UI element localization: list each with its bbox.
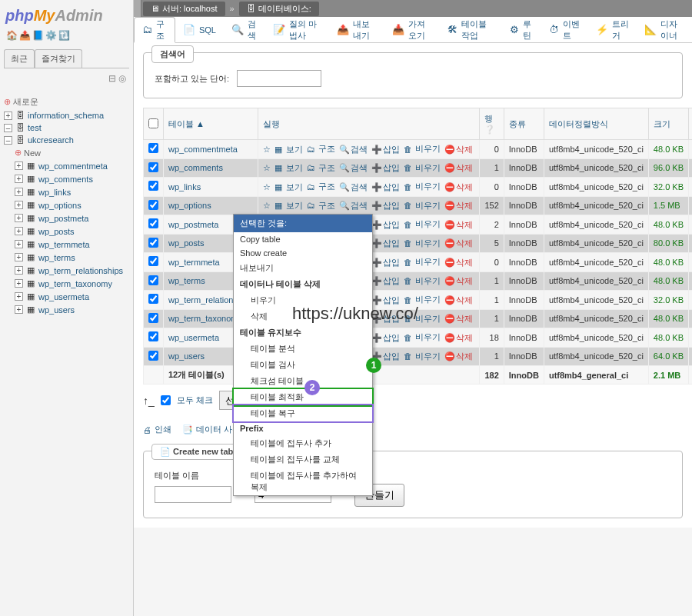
tab-import[interactable]: 📥가져오기 (384, 17, 440, 42)
col-table[interactable]: 테이블 ▲ (164, 108, 258, 140)
tree-db-information-schema[interactable]: +🗄information_schema (4, 109, 129, 122)
tree-table[interactable]: +▦wp_posts (4, 225, 129, 238)
empty-link[interactable]: 🗑비우기 (404, 331, 441, 343)
structure-link[interactable]: 🗂구조 (307, 200, 335, 211)
reload-icon[interactable]: 🔃 (58, 30, 70, 42)
browse-link[interactable]: ▦보기 (274, 144, 303, 155)
row-checkbox[interactable] (148, 256, 158, 266)
col-overhead[interactable]: 부담 (688, 108, 692, 140)
drop-link[interactable]: ⛔삭제 (444, 219, 473, 231)
checkall-link[interactable]: 모두 체크 (177, 395, 213, 406)
dd-optimize[interactable]: 테이블 최적화 (234, 389, 372, 405)
row-checkbox[interactable] (148, 162, 158, 172)
tree-table[interactable]: +▦wp_terms (4, 251, 129, 264)
col-collation[interactable]: 데이터정렬방식 (544, 108, 648, 140)
tree-table[interactable]: +▦wp_users (4, 303, 129, 316)
tab-search[interactable]: 🔍검색 (224, 17, 265, 42)
insert-link[interactable]: ➕삽입 (371, 219, 400, 231)
tab-events[interactable]: ⏱이벤트 (541, 17, 588, 42)
row-checkbox[interactable] (148, 313, 158, 323)
col-type[interactable]: 종류 (504, 108, 544, 140)
row-checkbox[interactable] (148, 200, 158, 210)
table-name-link[interactable]: wp_term_taxonomy (168, 314, 242, 323)
empty-link[interactable]: 🗑비우기 (404, 256, 441, 268)
drop-link[interactable]: ⛔삭제 (444, 200, 473, 211)
dd-analyze[interactable]: 테이블 분석 (234, 341, 372, 357)
fav-icon[interactable]: ☆ (263, 182, 271, 192)
dd-copy-table[interactable]: Copy table (234, 232, 372, 246)
table-name-link[interactable]: wp_terms (168, 276, 205, 285)
table-name-link[interactable]: wp_postmeta (168, 220, 218, 229)
help-icon[interactable]: ❔ (484, 125, 495, 134)
settings-icon[interactable]: ⚙️ (45, 30, 57, 42)
insert-link[interactable]: ➕삽입 (371, 275, 400, 287)
dd-show-create[interactable]: Show create (234, 246, 372, 260)
dd-repair[interactable]: 테이블 복구 (234, 405, 372, 421)
table-name-link[interactable]: wp_termmeta (168, 258, 220, 267)
table-name-link[interactable]: wp_options (168, 201, 211, 210)
insert-link[interactable]: ➕삽입 (371, 332, 400, 344)
tree-table[interactable]: +▦wp_links (4, 185, 129, 198)
structure-link[interactable]: 🗂구조 (307, 143, 335, 155)
insert-link[interactable]: ➕삽입 (371, 238, 400, 249)
drop-link[interactable]: ⛔삭제 (444, 295, 473, 306)
tab-structure[interactable]: 🗂구조 (134, 17, 175, 43)
dd-replace-prefix[interactable]: 테이블의 접두사를 교체 (234, 451, 372, 468)
fav-icon[interactable]: ☆ (263, 145, 271, 155)
print-link[interactable]: 🖨인쇄 (143, 424, 171, 435)
row-checkbox[interactable] (148, 181, 158, 191)
tab-triggers[interactable]: ⚡트리거 (588, 17, 637, 42)
row-checkbox[interactable] (148, 275, 158, 285)
drop-link[interactable]: ⛔삭제 (444, 257, 473, 268)
row-checkbox[interactable] (148, 331, 158, 341)
insert-link[interactable]: ➕삽입 (371, 257, 400, 268)
tab-operations[interactable]: 🛠테이블 작업 (440, 17, 502, 42)
search-link[interactable]: 🔍검색 (339, 181, 368, 193)
empty-link[interactable]: 🗑비우기 (404, 218, 441, 230)
search-link[interactable]: 🔍검색 (339, 200, 368, 211)
structure-link[interactable]: 🗂구조 (307, 181, 335, 192)
browse-link[interactable]: ▦보기 (274, 162, 303, 174)
drop-link[interactable]: ⛔삭제 (444, 162, 473, 174)
drop-link[interactable]: ⛔삭제 (444, 275, 473, 287)
data-dictionary-link[interactable]: 📑데이터 사전 (182, 424, 241, 435)
tree-new-table[interactable]: ⊕New (4, 146, 129, 159)
filter-input[interactable] (237, 70, 321, 87)
fav-icon[interactable]: ☆ (263, 201, 271, 211)
empty-link[interactable]: 🗑비우기 (404, 181, 441, 192)
empty-link[interactable]: 🗑비우기 (404, 143, 441, 155)
home-icon[interactable]: 🏠 (5, 30, 18, 42)
tab-favorites[interactable]: 즐겨찾기 (35, 49, 82, 68)
empty-link[interactable]: 🗑비우기 (404, 200, 441, 211)
search-link[interactable]: 🔍검색 (339, 162, 368, 174)
table-name-link[interactable]: wp_comments (168, 163, 223, 172)
table-name-link[interactable]: wp_usermeta (168, 333, 219, 342)
tab-designer[interactable]: 📐디자이너 (637, 17, 692, 42)
row-checkbox[interactable] (148, 351, 158, 361)
checkall-checkbox-header[interactable] (148, 118, 158, 128)
create-name-input[interactable] (155, 486, 231, 503)
dd-copy-prefix[interactable]: 테이블에 접두사를 추가하여 복제 (234, 468, 372, 495)
empty-link[interactable]: 🗑비우기 (404, 275, 441, 287)
tree-db-ukcresearch[interactable]: –🗄ukcresearch (4, 134, 129, 146)
table-name-link[interactable]: wp_users (168, 351, 205, 361)
dd-export[interactable]: 내보내기 (234, 260, 372, 276)
empty-link[interactable]: 🗑비우기 (404, 351, 441, 362)
bc-database[interactable]: 🗄 데이터베이스: (239, 2, 319, 16)
row-checkbox[interactable] (148, 143, 158, 153)
dd-checksum[interactable]: 체크섬 테이블 (234, 373, 372, 389)
logout-icon[interactable]: 📤 (18, 30, 31, 42)
tab-export[interactable]: 📤내보내기 (329, 17, 384, 42)
nav-collapse-handle[interactable] (134, 0, 141, 17)
insert-link[interactable]: ➕삽입 (371, 162, 400, 174)
drop-link[interactable]: ⛔삭제 (444, 181, 473, 193)
drop-link[interactable]: ⛔삭제 (444, 144, 473, 155)
browse-link[interactable]: ▦보기 (274, 200, 303, 211)
tree-table[interactable]: +▦wp_postmeta (4, 211, 129, 225)
insert-link[interactable]: ➕삽입 (371, 181, 400, 193)
structure-link[interactable]: 🗂구조 (307, 162, 335, 174)
tree-table[interactable]: +▦wp_comments (4, 172, 129, 185)
drop-link[interactable]: ⛔삭제 (444, 238, 473, 249)
insert-link[interactable]: ➕삽입 (371, 144, 400, 155)
search-link[interactable]: 🔍검색 (339, 144, 368, 155)
